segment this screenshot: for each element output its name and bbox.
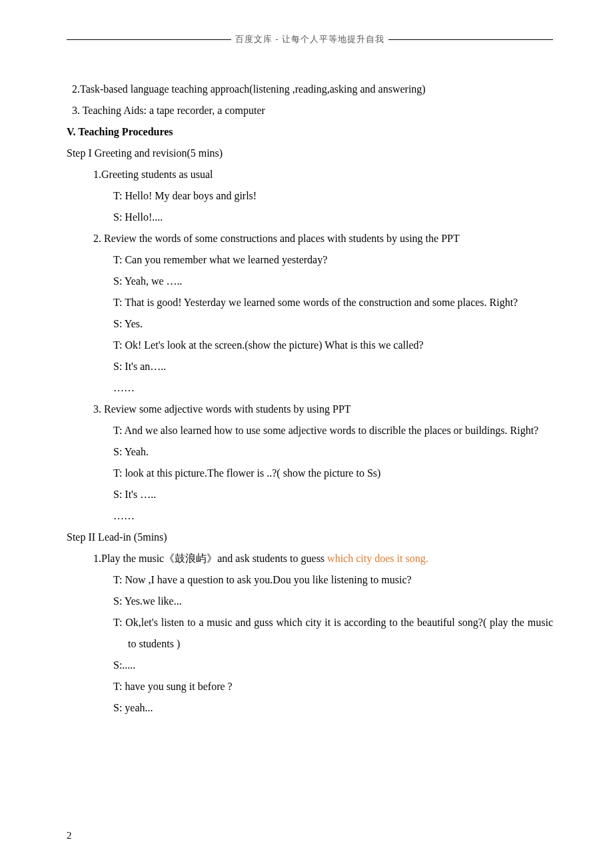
step1-item1: 1.Greeting students as usual [93, 164, 553, 185]
rule-right [388, 39, 553, 40]
line-approach-2: 2.Task-based language teaching approach(… [72, 79, 553, 100]
step2-item1-s2: S:..... [113, 655, 553, 676]
step1-item3-t2: T: look at this picture.The flower is ..… [113, 463, 553, 484]
step2-item1-text-a: 1.Play the music《鼓浪屿》and ask students to… [93, 553, 327, 564]
step1-item2-s3: S: It's an….. [113, 356, 553, 377]
step1-item2-t2: T: That is good! Yesterday we learned so… [113, 292, 553, 313]
step2-item1-t3: T: have you sung it before ? [113, 676, 553, 697]
step2-item1-s1: S: Yes.we like... [113, 591, 553, 612]
step1-item3-s1: S: Yeah. [113, 441, 553, 463]
page-number: 2 [67, 830, 72, 841]
step-2-heading: Step II Lead-in (5mins) [67, 527, 553, 548]
step2-item1-text-b: which city does it song. [327, 553, 428, 564]
step1-item2-t1: T: Can you remember what we learned yest… [113, 249, 553, 271]
step-1-heading: Step I Greeting and revision(5 mins) [67, 143, 553, 164]
step1-item3-s2: S: It's ….. [113, 484, 553, 505]
step1-item1-s: S: Hello!.... [113, 207, 553, 228]
document-body: 2.Task-based language teaching approach(… [67, 79, 553, 719]
step1-item3-dots: …… [113, 505, 553, 527]
step2-item1: 1.Play the music《鼓浪屿》and ask students to… [93, 548, 553, 569]
step1-item2-dots: …… [113, 377, 553, 399]
header-line: 百度文库 - 让每个人平等地提升自我 [67, 33, 553, 45]
step2-item1-t2: T: Ok,let's listen to a music and guss w… [113, 612, 553, 655]
step1-item2-s2: S: Yes. [113, 313, 553, 335]
step1-item2-t3: T: Ok! Let's look at the screen.(show th… [113, 335, 553, 356]
document-page: 百度文库 - 让每个人平等地提升自我 2.Task-based language… [0, 0, 613, 868]
step1-item3-t1: T: And we also learned how to use some a… [113, 420, 553, 441]
section-v-heading: V. Teaching Procedures [67, 121, 553, 143]
step1-item3: 3. Review some adjective words with stud… [93, 399, 553, 420]
header-text: 百度文库 - 让每个人平等地提升自我 [231, 33, 388, 45]
step2-item1-t1: T: Now ,I have a question to ask you.Dou… [113, 569, 553, 591]
step2-item1-s3: S: yeah... [113, 697, 553, 719]
line-approach-3: 3. Teaching Aids: a tape recorder, a com… [72, 100, 553, 121]
rule-left [67, 39, 231, 40]
step1-item1-t: T: Hello! My dear boys and girls! [113, 185, 553, 207]
page-header: 百度文库 - 让每个人平等地提升自我 [67, 33, 553, 45]
step1-item2: 2. Review the words of some construction… [93, 228, 553, 249]
step1-item2-s1: S: Yeah, we ….. [113, 271, 553, 292]
